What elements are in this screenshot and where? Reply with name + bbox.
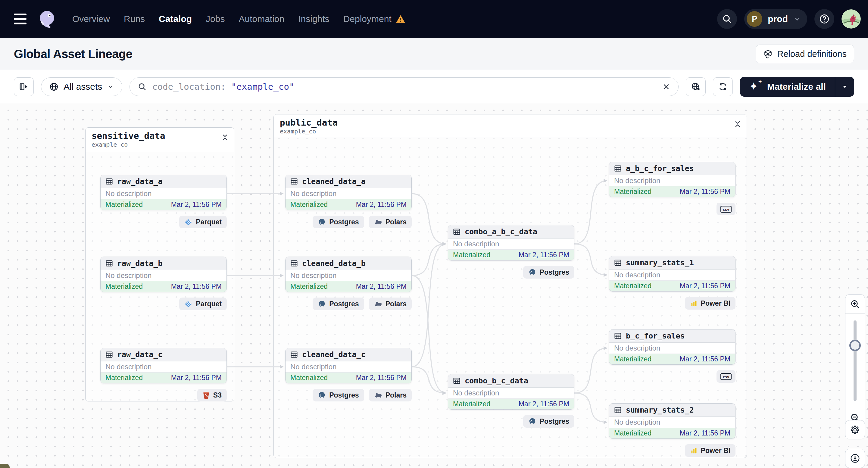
- help-button[interactable]: [814, 9, 834, 29]
- zoom-slider-thumb[interactable]: [849, 340, 861, 351]
- asset-status-row: Materialized Mar 2, 11:56 PM: [609, 186, 735, 197]
- graph-settings-button[interactable]: [845, 420, 865, 439]
- zoom-in-button[interactable]: [845, 294, 865, 314]
- environment-switcher[interactable]: P prod: [744, 9, 807, 29]
- tag-label: Parquet: [196, 218, 222, 226]
- asset-description: No description: [609, 343, 735, 354]
- group-subtitle: example_co: [92, 141, 165, 148]
- materialization-timestamp: Mar 2, 11:56 PM: [680, 188, 731, 196]
- export-graph-button[interactable]: [845, 449, 865, 468]
- nav-item-jobs[interactable]: Jobs: [206, 14, 225, 24]
- asset-status-row: Materialized Mar 2, 11:56 PM: [448, 250, 574, 260]
- asset-node-summary_stats_1[interactable]: summary_stats_1 No description Materiali…: [609, 256, 736, 291]
- lineage-toolbar: All assets code_location:"example_co" ✦✦…: [0, 70, 868, 103]
- tag-polars[interactable]: Polars: [369, 389, 412, 401]
- parquet-icon: [184, 218, 192, 226]
- status-badge: Materialized: [614, 355, 651, 363]
- tag-postgres[interactable]: Postgres: [523, 266, 575, 279]
- tag-polars[interactable]: Polars: [369, 216, 412, 228]
- collapse-group-button[interactable]: [221, 134, 228, 142]
- asset-node-combo_a_b_c_data[interactable]: combo_a_b_c_data No description Material…: [448, 225, 575, 260]
- collapse-group-button[interactable]: [734, 121, 741, 129]
- materialize-options-caret[interactable]: [835, 77, 854, 97]
- asset-status-row: Materialized Mar 2, 11:56 PM: [101, 373, 226, 383]
- nav-item-insights[interactable]: Insights: [298, 14, 329, 24]
- tag-power-bi[interactable]: Power BI: [685, 297, 736, 310]
- search-button[interactable]: [717, 9, 737, 29]
- asset-node-cleaned_data_c[interactable]: cleaned_data_c No description Materializ…: [285, 348, 412, 383]
- open-side-panel-button[interactable]: [14, 77, 34, 96]
- asset-node-b_c_for_sales[interactable]: b_c_for_sales No description Materialize…: [609, 329, 736, 365]
- lineage-canvas[interactable]: sensitive_data example_co public_data ex…: [0, 103, 868, 468]
- asset-name: cleaned_data_a: [302, 177, 366, 186]
- user-avatar[interactable]: [841, 9, 861, 29]
- zoom-slider[interactable]: [845, 314, 865, 408]
- asset-node-header: summary_stats_1: [609, 256, 735, 270]
- asset-node-cleaned_data_b[interactable]: cleaned_data_b No description Materializ…: [285, 257, 412, 292]
- warning-icon: [396, 15, 405, 23]
- nav-item-deployment[interactable]: Deployment: [343, 14, 405, 24]
- table-icon: [105, 350, 113, 359]
- tag-s3[interactable]: S3: [197, 389, 227, 401]
- reload-cube-icon: [763, 49, 773, 59]
- asset-node-a_b_c_for_sales[interactable]: a_b_c_for_sales No description Materiali…: [609, 162, 736, 197]
- tag-postgres[interactable]: Postgres: [523, 415, 575, 428]
- tag-postgres[interactable]: Postgres: [313, 298, 364, 310]
- materialization-timestamp: Mar 2, 11:56 PM: [519, 251, 569, 259]
- asset-node-raw_data_b[interactable]: raw_data_b No description Materialized M…: [100, 257, 227, 292]
- materialize-all-button[interactable]: ✦✦ Materialize all: [740, 77, 854, 97]
- nav-item-automation[interactable]: Automation: [239, 14, 284, 24]
- zoom-slider-track[interactable]: [854, 320, 857, 401]
- asset-node-raw_data_c[interactable]: raw_data_c No description Materialized M…: [100, 348, 227, 383]
- clear-search-button[interactable]: [662, 83, 671, 91]
- asset-scope-dropdown[interactable]: All assets: [41, 77, 122, 96]
- nav-item-overview[interactable]: Overview: [72, 14, 110, 24]
- asset-status-row: Materialized Mar 2, 11:56 PM: [285, 373, 411, 383]
- environment-label: prod: [768, 14, 788, 24]
- status-badge: Materialized: [614, 429, 651, 437]
- reload-definitions-button[interactable]: Reload definitions: [756, 44, 854, 63]
- nav-item-label: Deployment: [343, 14, 392, 24]
- refresh-graph-button[interactable]: [713, 77, 733, 96]
- tag-csv[interactable]: csv: [716, 370, 736, 383]
- materialize-all-main[interactable]: ✦✦ Materialize all: [740, 77, 835, 97]
- globe-icon: [49, 82, 59, 92]
- asset-node-cleaned_data_a[interactable]: cleaned_data_a No description Materializ…: [285, 175, 412, 210]
- asset-node-raw_data_a[interactable]: raw_data_a No description Materialized M…: [100, 175, 227, 210]
- materialization-timestamp: Mar 2, 11:56 PM: [356, 200, 407, 209]
- tag-power-bi[interactable]: Power BI: [685, 444, 736, 457]
- status-badge: Materialized: [290, 282, 328, 291]
- asset-node-summary_stats_2[interactable]: summary_stats_2 No description Materiali…: [609, 403, 736, 439]
- magnifier-icon: [137, 82, 147, 91]
- tag-csv[interactable]: csv: [716, 203, 736, 215]
- tag-label: Postgres: [329, 391, 359, 399]
- search-icon: [722, 14, 732, 24]
- tag-label: Power BI: [701, 299, 731, 308]
- nav-item-label: Catalog: [159, 14, 192, 24]
- tag-polars[interactable]: Polars: [369, 298, 412, 310]
- nav-item-runs[interactable]: Runs: [124, 14, 145, 24]
- status-badge: Materialized: [290, 374, 328, 382]
- search-query-field: code_location:: [152, 82, 225, 92]
- asset-node-header: raw_data_a: [101, 175, 226, 188]
- asset-node-combo_b_c_data[interactable]: combo_b_c_data No description Materializ…: [448, 374, 575, 410]
- tag-label: Polars: [385, 218, 407, 226]
- dagster-logo[interactable]: [37, 9, 57, 29]
- tag-parquet[interactable]: Parquet: [179, 216, 227, 228]
- materialization-timestamp: Mar 2, 11:56 PM: [356, 374, 407, 382]
- top-nav: OverviewRunsCatalogJobsAutomationInsight…: [0, 0, 868, 38]
- asset-description: No description: [285, 270, 411, 281]
- tag-label: Postgres: [540, 417, 569, 426]
- tag-parquet[interactable]: Parquet: [179, 298, 227, 310]
- asset-tags-summary_stats_1: Power BI: [609, 297, 736, 310]
- tag-postgres[interactable]: Postgres: [313, 389, 364, 401]
- asset-search-input[interactable]: code_location:"example_co": [129, 77, 679, 96]
- minimap-corner[interactable]: [0, 464, 10, 468]
- menu-icon[interactable]: [14, 13, 27, 24]
- new-asset-button[interactable]: [686, 77, 706, 96]
- tag-postgres[interactable]: Postgres: [313, 216, 364, 228]
- table-icon: [290, 259, 298, 268]
- table-icon: [614, 332, 622, 340]
- asset-node-header: raw_data_b: [101, 257, 226, 270]
- nav-item-catalog[interactable]: Catalog: [159, 14, 192, 24]
